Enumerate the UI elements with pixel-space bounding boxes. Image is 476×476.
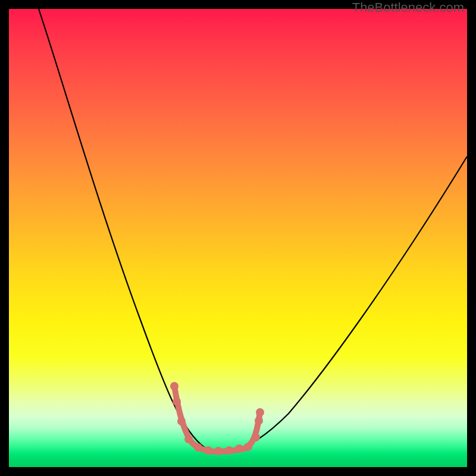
svg-point-11	[255, 416, 263, 425]
svg-point-3	[184, 435, 193, 443]
svg-point-6	[214, 447, 223, 455]
main-curve	[39, 9, 467, 452]
svg-point-1	[173, 397, 181, 406]
svg-point-9	[244, 443, 252, 451]
watermark-text: TheBottleneck.com	[352, 0, 464, 15]
chart-area	[9, 9, 467, 467]
chart-svg	[9, 9, 467, 467]
svg-point-4	[194, 443, 202, 452]
svg-point-7	[225, 446, 233, 455]
svg-point-12	[256, 408, 264, 416]
svg-point-2	[177, 417, 186, 425]
highlight-dots	[170, 382, 264, 455]
svg-point-5	[204, 446, 212, 455]
svg-point-8	[235, 444, 243, 453]
svg-point-0	[170, 382, 178, 390]
svg-point-10	[252, 433, 260, 441]
